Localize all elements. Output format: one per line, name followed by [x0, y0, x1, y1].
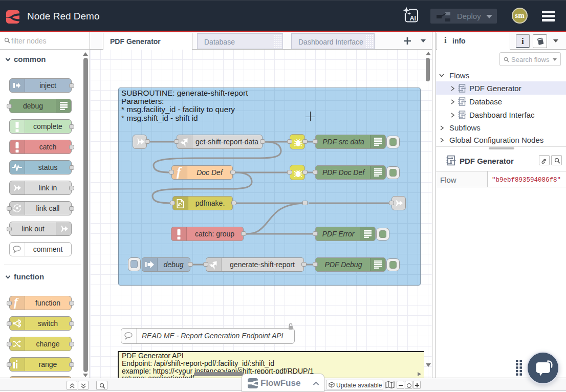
svg-text:AI: AI: [410, 15, 417, 22]
